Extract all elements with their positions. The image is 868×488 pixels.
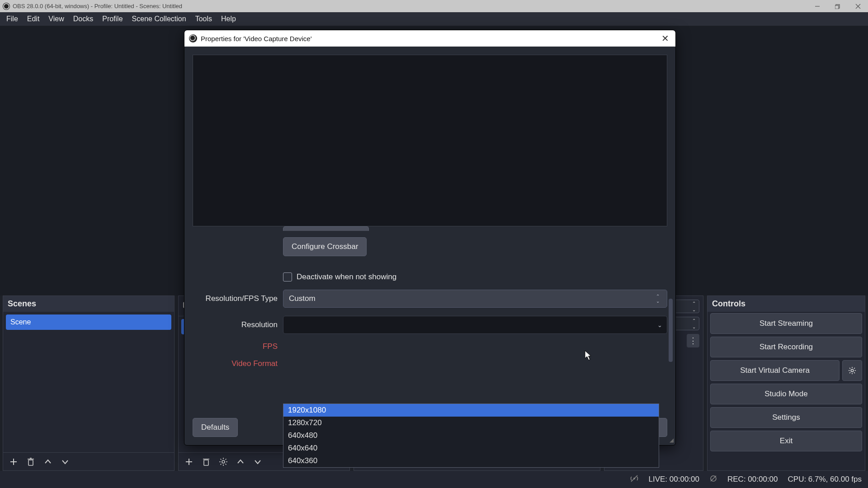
chevron-down-icon[interactable]: ⌄	[689, 324, 699, 330]
resolution-option[interactable]: 640x480	[283, 429, 659, 442]
svg-rect-16	[204, 460, 208, 465]
gear-icon	[848, 366, 856, 375]
video-format-label: Video Format	[193, 359, 278, 368]
start-recording-button[interactable]: Start Recording	[710, 337, 862, 357]
resolution-option[interactable]: 868x488	[283, 404, 659, 417]
scene-list-item[interactable]: Scene	[6, 314, 171, 330]
chevron-down-icon[interactable]: ⌄	[689, 306, 699, 313]
mouse-cursor	[585, 350, 593, 363]
remove-scene-button[interactable]	[24, 455, 38, 469]
window-title: OBS 28.0.0 (64-bit, windows) - Profile: …	[13, 3, 807, 9]
defaults-button[interactable]: Defaults	[193, 418, 238, 437]
settings-button[interactable]: Settings	[710, 407, 862, 428]
resolution-combobox[interactable]: ⌄	[283, 316, 667, 334]
chevron-down-icon: ⌄	[656, 299, 663, 304]
res-fps-type-value: Custom	[289, 294, 316, 303]
scenes-toolbar	[3, 452, 174, 470]
deactivate-label: Deactivate when not showing	[297, 272, 396, 282]
window-titlebar: OBS 28.0.0 (64-bit, windows) - Profile: …	[0, 0, 868, 12]
dialog-title: Properties for 'Video Capture Device'	[201, 35, 312, 42]
scenes-dock: Scenes Scene	[3, 296, 175, 471]
scrollbar-thumb[interactable]	[669, 299, 673, 362]
add-scene-button[interactable]	[7, 455, 20, 469]
res-fps-type-select[interactable]: Custom ⌃⌄	[283, 290, 667, 308]
menubar: File Edit View Docks Profile Scene Colle…	[0, 12, 868, 26]
menu-profile[interactable]: Profile	[98, 13, 127, 25]
chevron-up-icon: ⌃	[656, 294, 663, 299]
svg-point-23	[851, 369, 853, 371]
window-minimize-button[interactable]	[807, 0, 827, 12]
resize-grip[interactable]: ◢	[670, 437, 674, 443]
obs-app-icon	[189, 34, 197, 42]
resolution-label: Resolution	[193, 320, 278, 329]
statusbar: LIVE: 00:00:00 REC: 00:00:00 CPU: 6.7%, …	[0, 471, 868, 488]
status-rec: REC: 00:00:00	[727, 475, 778, 484]
configure-crossbar-button[interactable]: Configure Crossbar	[283, 237, 367, 256]
scene-move-up-button[interactable]	[41, 455, 55, 469]
window-close-button[interactable]	[848, 0, 868, 12]
virtual-camera-settings-button[interactable]	[842, 360, 862, 381]
dialog-scrollbar[interactable]	[669, 104, 673, 385]
broadcast-icon	[630, 474, 639, 485]
controls-dock: Controls Start Streaming Start Recording…	[707, 296, 865, 471]
menu-help[interactable]: Help	[217, 13, 241, 25]
dialog-close-button[interactable]: ✕	[660, 33, 671, 44]
svg-rect-2	[835, 5, 839, 9]
transition-menu-button[interactable]: ⋮	[687, 334, 699, 347]
svg-line-25	[631, 475, 637, 482]
scene-move-down-button[interactable]	[58, 455, 72, 469]
res-fps-type-label: Resolution/FPS Type	[193, 294, 278, 303]
deactivate-checkbox-row[interactable]: Deactivate when not showing	[193, 272, 667, 282]
chevron-up-icon[interactable]: ⌃	[689, 317, 699, 324]
properties-dialog: Properties for 'Video Capture Device' ✕ …	[184, 30, 676, 446]
scenes-header: Scenes	[3, 296, 174, 312]
menu-docks[interactable]: Docks	[69, 13, 98, 25]
resolution-option[interactable]: 1280x720	[283, 417, 659, 429]
status-live: LIVE: 00:00:00	[649, 475, 699, 484]
svg-point-18	[222, 460, 225, 463]
deactivate-checkbox[interactable]	[283, 272, 292, 282]
controls-header: Controls	[708, 296, 865, 312]
svg-rect-7	[28, 460, 33, 465]
fps-label: FPS	[193, 342, 278, 351]
source-move-down-button[interactable]	[251, 455, 264, 469]
menu-scene-collection[interactable]: Scene Collection	[127, 13, 191, 25]
start-virtual-camera-button[interactable]: Start Virtual Camera	[710, 360, 840, 381]
partial-button-edge	[283, 226, 369, 231]
resolution-dropdown: 868x488 1280x720 640x480 640x640 640x3…	[283, 404, 659, 468]
start-streaming-button[interactable]: Start Streaming	[710, 313, 862, 334]
dialog-titlebar[interactable]: Properties for 'Video Capture Device' ✕	[184, 30, 675, 47]
remove-source-button[interactable]	[199, 455, 213, 469]
window-maximize-button[interactable]	[827, 0, 848, 12]
add-source-button[interactable]	[182, 455, 196, 469]
menu-edit[interactable]: Edit	[23, 13, 44, 25]
source-settings-button[interactable]	[217, 455, 230, 469]
menu-file[interactable]: File	[2, 13, 23, 25]
menu-view[interactable]: View	[44, 13, 68, 25]
menu-tools[interactable]: Tools	[191, 13, 217, 25]
status-cpu: CPU: 6.7%, 60.00 fps	[788, 475, 862, 484]
chevron-up-icon[interactable]: ⌃	[689, 300, 699, 306]
record-off-icon	[709, 474, 717, 485]
studio-mode-button[interactable]: Studio Mode	[710, 384, 862, 404]
device-preview	[193, 55, 667, 226]
resolution-option[interactable]: 640x360	[283, 455, 659, 467]
exit-button[interactable]: Exit	[710, 431, 862, 451]
resolution-option[interactable]: 640x640	[283, 442, 659, 455]
source-move-up-button[interactable]	[234, 455, 247, 469]
obs-app-icon	[3, 3, 10, 10]
chevron-down-icon: ⌄	[657, 322, 662, 328]
